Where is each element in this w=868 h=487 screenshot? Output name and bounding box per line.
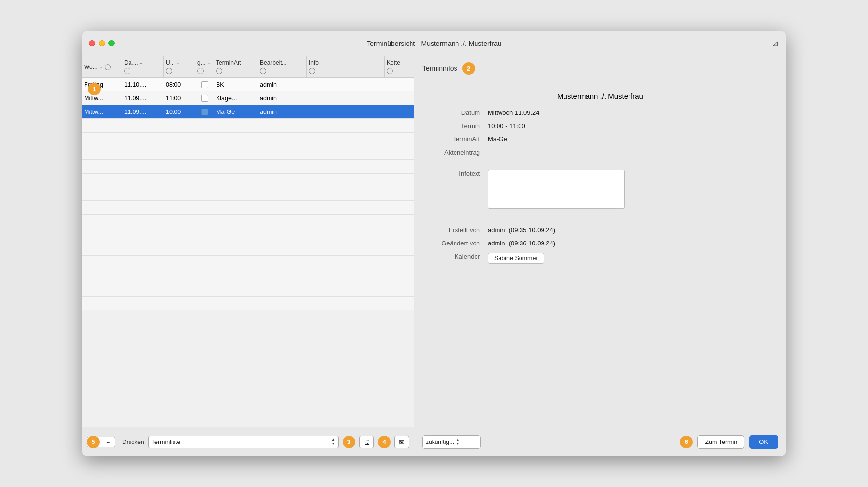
col-header-info[interactable]: Info: [307, 56, 385, 77]
filter-icon[interactable]: ⊿: [772, 38, 779, 49]
maximize-button[interactable]: [108, 40, 115, 46]
radio-kette[interactable]: [387, 68, 393, 74]
table-row[interactable]: Freitag 11.10.... 08:00 BK admin: [82, 78, 414, 91]
col-header-uhrzeit[interactable]: U... ⌄: [164, 56, 195, 77]
cell-uhrzeit-3: 10:00: [164, 107, 195, 117]
checkbox-1[interactable]: [201, 81, 208, 88]
infotext-field[interactable]: [488, 170, 625, 209]
filter-dropdown[interactable]: zukünftig... ▲ ▼: [422, 435, 481, 449]
radio-wochentag[interactable]: [105, 64, 111, 70]
print-button[interactable]: 🖨: [359, 436, 374, 448]
table-row[interactable]: Mittw... 11.09.... 10:00 Ma-Ge admin: [82, 105, 414, 119]
table-row: [82, 228, 414, 242]
ok-button[interactable]: OK: [749, 435, 778, 449]
geaendert-label: Geändert von: [424, 240, 488, 247]
chevron-wochentag-icon: ⌄: [99, 65, 103, 69]
table-row: [82, 242, 414, 256]
content-area: 1 Wo... ⌄ Da.... ⌄ U..: [82, 56, 786, 456]
cell-info-1: [307, 83, 385, 86]
col-header-gruppe[interactable]: g... ⌄: [195, 56, 214, 77]
cell-kette-3: [385, 111, 414, 113]
termin-name: Mustermann ./. Musterfrau: [424, 87, 776, 109]
badge-6: 6: [680, 436, 693, 448]
info-row-erstellt: Erstellt von admin (09:35 10.09.24): [424, 226, 776, 234]
cell-terminart-3: Ma-Ge: [214, 107, 258, 117]
datum-label: Datum: [424, 109, 488, 116]
badge-3: 3: [343, 436, 355, 448]
checkbox-3[interactable]: [201, 109, 208, 115]
cell-uhrzeit-1: 08:00: [164, 80, 195, 89]
cell-info-2: [307, 97, 385, 100]
datum-value: Mittwoch 11.09.24: [488, 109, 540, 116]
kalender-label: Kalender: [424, 253, 488, 260]
badge-1: 1: [88, 83, 101, 95]
col-header-bearbeiter[interactable]: Bearbeit...: [258, 56, 307, 77]
table-row[interactable]: Mittw... 11.09.... 11:00 Klage... admin: [82, 91, 414, 105]
mail-icon: ✉: [399, 438, 405, 446]
terminart-value: Ma-Ge: [488, 135, 507, 143]
badge-2: 2: [462, 62, 475, 75]
radio-info[interactable]: [309, 68, 315, 74]
dropdown-stepper-icon: ▲ ▼: [331, 438, 335, 446]
traffic-lights: [89, 40, 115, 46]
col-header-kette[interactable]: Kette: [385, 56, 414, 77]
kalender-button[interactable]: Sabine Sommer: [488, 253, 544, 264]
minimize-button[interactable]: [99, 40, 105, 46]
chevron-gruppe-icon: ⌄: [207, 60, 211, 65]
bottom-toolbar: + − Drucken Terminliste ▲ ▼ 5 3 🖨 4: [82, 427, 414, 456]
info-row-akteneintrag: Akteneintrag: [424, 149, 776, 156]
info-row-termin: Termin 10:00 - 11:00: [424, 122, 776, 130]
cell-kette-1: [385, 83, 414, 86]
table-row: [82, 187, 414, 201]
table-row: [82, 160, 414, 174]
terminliste-dropdown[interactable]: Terminliste ▲ ▼: [148, 436, 339, 448]
main-window: Terminübersicht - Mustermann ./. Musterf…: [82, 31, 786, 456]
cell-gruppe-1: [195, 80, 214, 89]
table-row: [82, 283, 414, 297]
table-row: [82, 215, 414, 228]
cell-bearbeiter-2: admin: [258, 93, 307, 103]
cell-bearbeiter-1: admin: [258, 80, 307, 89]
col-header-wochentag[interactable]: Wo... ⌄: [82, 56, 122, 77]
col-header-datum[interactable]: Da.... ⌄: [122, 56, 164, 77]
table-header: Wo... ⌄ Da.... ⌄ U... ⌄: [82, 56, 414, 78]
zum-termin-button[interactable]: Zum Termin: [697, 435, 744, 449]
mail-button[interactable]: ✉: [394, 436, 409, 448]
cell-kette-2: [385, 97, 414, 100]
radio-bearbeiter[interactable]: [260, 68, 266, 74]
termininfos-title: Termininfos: [422, 65, 457, 72]
radio-datum[interactable]: [124, 68, 130, 74]
remove-button[interactable]: −: [101, 437, 115, 447]
checkbox-2[interactable]: [201, 95, 208, 102]
radio-gruppe[interactable]: [197, 68, 204, 74]
cell-gruppe-2: [195, 93, 214, 103]
filter-label: zukünftig...: [426, 439, 454, 445]
badge-5: 5: [87, 436, 100, 448]
info-row-infotext: Infotext: [424, 170, 776, 209]
close-button[interactable]: [89, 40, 95, 46]
cell-uhrzeit-2: 11:00: [164, 93, 195, 103]
radio-terminart[interactable]: [216, 68, 222, 74]
table-rows: Freitag 11.10.... 08:00 BK admin Mittw..…: [82, 78, 414, 427]
infotext-label: Infotext: [424, 170, 488, 177]
cell-info-3: [307, 111, 385, 113]
left-panel: 1 Wo... ⌄ Da.... ⌄ U..: [82, 56, 414, 456]
info-row-kalender: Kalender Sabine Sommer: [424, 253, 776, 264]
print-icon: 🖨: [363, 438, 370, 446]
table-row: [82, 119, 414, 133]
table-row: [82, 201, 414, 215]
badge-4: 4: [378, 436, 391, 448]
termin-label: Termin: [424, 122, 488, 130]
akteneintrag-label: Akteneintrag: [424, 149, 488, 156]
cell-datum-3: 11.09....: [122, 107, 164, 117]
table-row: [82, 256, 414, 269]
termininfos-body: Mustermann ./. Musterfrau Datum Mittwoch…: [414, 79, 786, 427]
table-row: [82, 146, 414, 160]
radio-uhrzeit[interactable]: [166, 68, 172, 74]
cell-gruppe-3: [195, 107, 214, 117]
terminliste-value: Terminliste: [152, 439, 181, 445]
termininfos-header: Termininfos 2: [414, 56, 786, 79]
terminart-label: TerminArt: [424, 135, 488, 143]
cell-bearbeiter-3: admin: [258, 107, 307, 117]
col-header-terminart[interactable]: TerminArt: [214, 56, 258, 77]
